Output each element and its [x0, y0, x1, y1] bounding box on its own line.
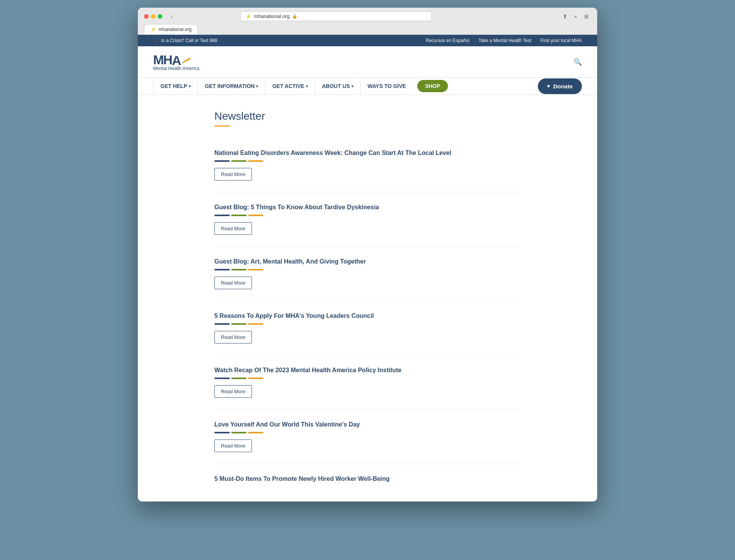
nav-get-information-label: GET INFORMATION: [205, 83, 255, 89]
traffic-lights: [144, 14, 162, 19]
read-more-button-1[interactable]: Read More: [214, 168, 252, 181]
espanol-link[interactable]: Recursos en Español: [426, 38, 469, 43]
chevron-down-icon-4: ▾: [351, 84, 353, 88]
heart-icon: ♥: [547, 83, 550, 89]
active-tab[interactable]: ⚡ mhanational.org: [144, 24, 198, 34]
nav-about-us[interactable]: ABOUT US ▾: [315, 78, 361, 94]
bar-orange-3: [248, 269, 263, 270]
article-title-1[interactable]: National Eating Disorders Awareness Week…: [214, 150, 521, 156]
color-bars-3: [214, 269, 521, 270]
main-content: Newsletter National Eating Disorders Awa…: [138, 95, 597, 501]
color-bars-2: [214, 215, 521, 216]
fullscreen-traffic-light[interactable]: [158, 14, 162, 19]
browser-controls: ‹ ⚡ mhanational.org 🔒 ⬆ + ⊞: [144, 11, 591, 21]
donate-button[interactable]: ♥ Donate: [538, 78, 582, 94]
chevron-down-icon: ▾: [189, 84, 191, 88]
article-title-4[interactable]: 5 Reasons To Apply For MHA's Young Leade…: [214, 313, 521, 319]
browser-chrome: ‹ ⚡ mhanational.org 🔒 ⬆ + ⊞ ⚡ mhanationa…: [138, 8, 597, 35]
top-bar-right: Recursos en Español Take a Mental Health…: [426, 38, 582, 43]
logo-subtitle: Mental Health America: [153, 66, 199, 71]
nav-get-help-label: GET HELP: [160, 83, 187, 89]
bar-green-6: [231, 432, 247, 433]
article-item-5: Watch Recap Of The 2023 Mental Health Am…: [214, 355, 521, 410]
sidebar-button[interactable]: ⊞: [582, 13, 591, 20]
nav-links: GET HELP ▾ GET INFORMATION ▾ GET ACTIVE …: [153, 78, 448, 94]
mental-health-test-link[interactable]: Take a Mental Health Test: [479, 38, 531, 43]
color-bars-5: [214, 378, 521, 379]
article-item-1: National Eating Disorders Awareness Week…: [214, 138, 521, 192]
color-bars-4: [214, 323, 521, 325]
bar-orange-6: [248, 432, 263, 433]
article-title-7[interactable]: 5 Must-Do Items To Promote Newly Hired W…: [214, 475, 521, 482]
bar-orange-5: [248, 378, 263, 379]
bar-blue-5: [214, 378, 230, 379]
minimize-traffic-light[interactable]: [151, 14, 155, 19]
article-item-3: Guest Blog: Art, Mental Health, And Givi…: [214, 247, 521, 301]
bar-blue-3: [214, 269, 230, 270]
bar-blue-4: [214, 323, 230, 325]
main-nav: GET HELP ▾ GET INFORMATION ▾ GET ACTIVE …: [138, 78, 597, 95]
search-icon: 🔍: [573, 58, 582, 66]
color-bars-6: [214, 432, 521, 433]
address-bar[interactable]: ⚡ mhanational.org 🔒: [240, 11, 432, 21]
favicon-icon: ⚡: [245, 13, 252, 19]
logo-area: MH A Mental Health America: [153, 52, 199, 71]
page-content: 📞 In a Crisis? Call or Text 988 Recursos…: [138, 35, 597, 501]
tab-bar: ⚡ mhanational.org: [144, 24, 591, 34]
close-traffic-light[interactable]: [144, 14, 149, 19]
article-item-7: 5 Must-Do Items To Promote Newly Hired W…: [214, 464, 521, 482]
logo-arrow-svg: A: [172, 54, 191, 67]
phone-icon: 📞: [153, 38, 159, 43]
color-bars-1: [214, 160, 521, 162]
article-title-5[interactable]: Watch Recap Of The 2023 Mental Health Am…: [214, 367, 521, 374]
chevron-down-icon-2: ▾: [256, 84, 258, 88]
read-more-button-5[interactable]: Read More: [214, 385, 252, 398]
bar-blue-6: [214, 432, 230, 433]
bar-blue-1: [214, 160, 230, 162]
article-item-4: 5 Reasons To Apply For MHA's Young Leade…: [214, 301, 521, 355]
title-underline: [214, 125, 230, 127]
crisis-text: 📞 In a Crisis? Call or Text 988: [153, 38, 217, 43]
article-title-3[interactable]: Guest Blog: Art, Mental Health, And Givi…: [214, 258, 521, 265]
chevron-down-icon-3: ▾: [306, 84, 308, 88]
nav-ways-to-give-label: WAYS TO GIVE: [368, 83, 406, 89]
bar-orange-2: [248, 215, 263, 216]
search-button[interactable]: 🔍: [573, 58, 582, 66]
bar-green-1: [231, 160, 247, 162]
bar-blue-2: [214, 215, 230, 216]
article-title-2[interactable]: Guest Blog: 5 Things To Know About Tardi…: [214, 204, 521, 211]
article-title-6[interactable]: Love Yourself And Our World This Valenti…: [214, 421, 521, 428]
bar-green-4: [231, 323, 247, 325]
nav-ways-to-give[interactable]: WAYS TO GIVE: [361, 78, 413, 94]
nav-shop-label: SHOP: [425, 83, 440, 89]
lock-icon: 🔒: [292, 14, 297, 19]
nav-get-active[interactable]: GET ACTIVE ▾: [265, 78, 315, 94]
nav-get-information[interactable]: GET INFORMATION ▾: [198, 78, 265, 94]
page-title: Newsletter: [214, 110, 521, 122]
donate-label: Donate: [553, 83, 573, 90]
browser-actions: ⬆ + ⊞: [560, 13, 591, 20]
share-button[interactable]: ⬆: [560, 13, 570, 20]
new-tab-button[interactable]: +: [572, 13, 580, 20]
logo-mh: MH: [153, 52, 172, 67]
nav-get-help[interactable]: GET HELP ▾: [153, 78, 198, 94]
read-more-button-3[interactable]: Read More: [214, 277, 252, 289]
top-bar-left: 📞 In a Crisis? Call or Text 988: [153, 38, 217, 43]
read-more-button-4[interactable]: Read More: [214, 331, 252, 343]
crisis-label: In a Crisis? Call or Text 988: [161, 38, 217, 43]
nav-shop[interactable]: SHOP: [417, 80, 448, 92]
bar-orange-4: [248, 323, 263, 325]
bar-green-5: [231, 378, 247, 379]
bar-orange-1: [248, 160, 263, 162]
local-mha-link[interactable]: Find your local MHA: [541, 38, 582, 43]
nav-get-active-label: GET ACTIVE: [272, 83, 304, 89]
read-more-button-6[interactable]: Read More: [214, 440, 252, 452]
back-button[interactable]: ‹: [168, 13, 175, 20]
mha-logo[interactable]: MH A: [153, 52, 199, 67]
bar-green-3: [231, 269, 247, 270]
read-more-button-2[interactable]: Read More: [214, 222, 252, 235]
nav-about-us-label: ABOUT US: [322, 83, 350, 89]
svg-text:A: A: [172, 54, 181, 67]
browser-window: ‹ ⚡ mhanational.org 🔒 ⬆ + ⊞ ⚡ mhanationa…: [138, 8, 597, 501]
url-text: mhanational.org: [254, 13, 289, 19]
